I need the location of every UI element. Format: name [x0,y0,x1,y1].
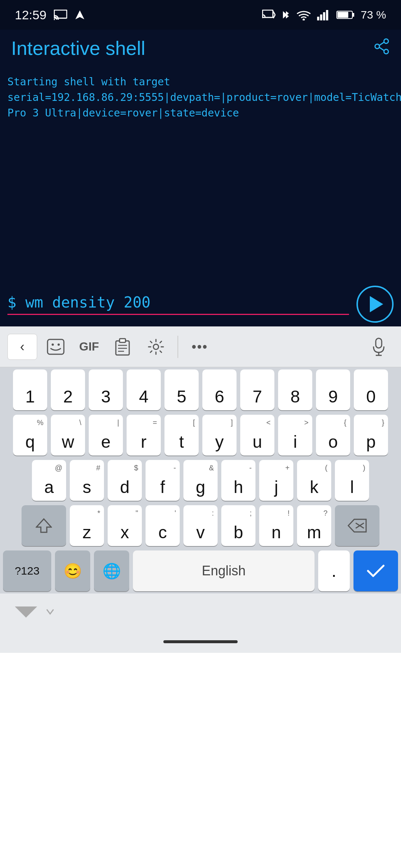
share-button[interactable] [374,38,390,58]
keyboard-bottom [0,594,401,631]
gif-button[interactable]: GIF [74,334,104,360]
qwerty-row: %q \w |e =r [t ]y <u >i {o }p [0,412,401,458]
svg-rect-7 [320,14,322,20]
key-9[interactable]: 9 [316,369,350,410]
emoji-panel-button[interactable] [41,334,71,360]
bottom-row: ?123 😊 🌐 English . [0,548,401,594]
zxcv-row: *z "x 'c :v ;b !n ?m [0,503,401,548]
svg-line-16 [379,42,384,45]
navigation-icon [75,10,85,20]
checkmark-icon [366,563,385,578]
toolbar-separator [177,336,178,358]
command-input-area [0,282,401,326]
key-g[interactable]: &g [183,460,218,501]
key-h[interactable]: -h [221,460,255,501]
svg-point-26 [153,344,159,349]
emoji-key[interactable]: 😊 [55,550,90,591]
key-x[interactable]: "x [108,505,142,546]
key-0[interactable]: 0 [354,369,388,410]
key-5[interactable]: 5 [164,369,199,410]
enter-key[interactable] [353,550,398,591]
svg-marker-2 [75,10,84,19]
svg-rect-22 [120,339,125,342]
key-b[interactable]: ;b [221,505,255,546]
key-z[interactable]: *z [70,505,104,546]
key-r[interactable]: =r [127,415,161,456]
key-f[interactable]: -f [146,460,180,501]
key-7[interactable]: 7 [240,369,274,410]
svg-rect-8 [323,12,325,20]
key-u[interactable]: <u [240,415,274,456]
key-2[interactable]: 2 [51,369,85,410]
key-o[interactable]: {o [316,415,350,456]
shell-content: Starting shell with target serial=192.16… [0,67,401,282]
key-1[interactable]: 1 [13,369,47,410]
signal-icon [317,9,330,20]
key-d[interactable]: $d [108,460,142,501]
key-m[interactable]: ?m [297,505,331,546]
key-a[interactable]: @a [32,460,66,501]
key-s[interactable]: #s [70,460,104,501]
period-label: . [332,561,336,581]
svg-point-1 [54,19,55,20]
key-n[interactable]: !n [259,505,293,546]
cast-icon [54,10,67,20]
key-q[interactable]: %q [13,415,47,456]
keyboard-toolbar: ‹ GIF ••• [0,326,401,367]
collapse-area[interactable] [11,601,56,623]
key-y[interactable]: ]y [202,415,237,456]
key-j[interactable]: +j [259,460,293,501]
status-bar: 12:59 [0,0,401,30]
key-e[interactable]: |e [89,415,123,456]
clipboard-button[interactable] [108,334,137,360]
space-key[interactable]: English [133,550,314,591]
keyboard-back-button[interactable]: ‹ [7,334,37,360]
back-icon: ‹ [20,339,25,355]
svg-marker-33 [15,606,37,618]
key-i[interactable]: >i [278,415,312,456]
svg-point-19 [52,343,54,346]
svg-point-5 [303,19,305,20]
key-w[interactable]: \w [51,415,85,456]
asdf-row: @a #s $d -f &g -h +j (k )l [0,458,401,503]
settings-button[interactable] [141,334,171,360]
bluetooth-icon [281,8,290,22]
svg-rect-3 [263,10,273,17]
svg-rect-27 [376,338,382,348]
key-4[interactable]: 4 [127,369,161,410]
key-t[interactable]: [t [164,415,199,456]
key-l[interactable]: )l [335,460,369,501]
svg-point-13 [384,39,388,43]
battery-icon [336,10,355,20]
key-p[interactable]: }p [354,415,388,456]
backspace-key[interactable] [335,505,379,546]
key-8[interactable]: 8 [278,369,312,410]
key-k[interactable]: (k [297,460,331,501]
period-key[interactable]: . [318,550,350,591]
svg-rect-9 [326,10,328,20]
language-key[interactable]: 🌐 [94,550,129,591]
run-button[interactable] [356,286,394,323]
svg-point-15 [384,49,388,54]
shift-key[interactable] [22,505,66,546]
key-3[interactable]: 3 [89,369,123,410]
number-row: 1 2 3 4 5 6 7 8 9 0 [0,367,401,412]
num-sym-key[interactable]: ?123 [3,550,51,591]
mic-icon [372,338,385,356]
svg-point-20 [58,343,60,346]
command-input[interactable] [7,294,349,315]
app-header: Interactive shell [0,30,401,67]
key-c[interactable]: 'c [146,505,180,546]
svg-rect-18 [48,339,64,354]
backspace-icon [348,519,367,533]
globe-icon: 🌐 [102,562,121,580]
app-title: Interactive shell [11,37,145,59]
mic-button[interactable] [364,334,394,360]
key-6[interactable]: 6 [202,369,237,410]
collapse-icon [11,601,41,623]
key-v[interactable]: :v [183,505,218,546]
more-button[interactable]: ••• [185,334,215,360]
clipboard-icon [114,338,131,356]
svg-rect-12 [352,13,354,17]
run-icon [370,296,383,312]
